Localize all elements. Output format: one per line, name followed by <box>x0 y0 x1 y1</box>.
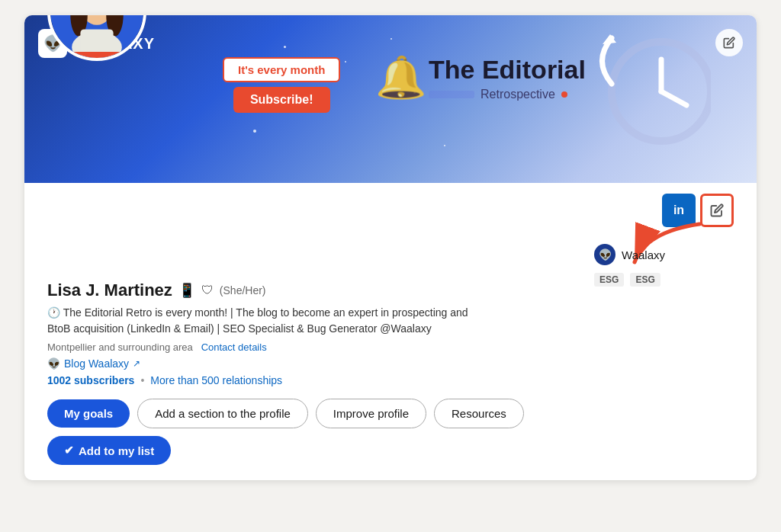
profile-name: Lisa J. Martinez <box>47 280 172 300</box>
svg-marker-3 <box>603 34 616 44</box>
waalaxy-company-icon: 👽 <box>594 244 615 265</box>
profile-avatar <box>47 15 146 61</box>
subscribe-area: It's every month Subscribe! <box>223 57 340 113</box>
editorial-title: The Editorial <box>429 55 586 85</box>
edit-profile-button[interactable] <box>700 194 734 227</box>
checkmark-icon: ✔ <box>64 444 74 457</box>
subscribers-count: 1002 subscribers <box>47 374 134 386</box>
blog-link[interactable]: 👽 Blog Waalaxy ↗ <box>47 357 734 370</box>
contact-details-link[interactable]: Contact details <box>201 341 267 353</box>
pronoun: (She/Her) <box>220 284 266 296</box>
svg-line-2 <box>661 91 686 105</box>
resources-button[interactable]: Resources <box>434 399 524 428</box>
company-row: 👽 Waalaxy <box>594 244 665 265</box>
subscribe-button[interactable]: Subscribe! <box>233 87 330 113</box>
linkedin-button[interactable]: in <box>662 194 696 227</box>
its-every-month-badge: It's every month <box>223 57 340 82</box>
my-goals-button[interactable]: My goals <box>47 399 130 428</box>
bell-icon: 🔔 <box>375 53 426 101</box>
banner-edit-button[interactable] <box>715 29 743 56</box>
location-text: Montpellier and surrounding area <box>47 341 193 353</box>
blog-label: Blog Waalaxy <box>64 357 129 370</box>
location-row: Montpellier and surrounding area Contact… <box>47 341 734 353</box>
editorial-dot <box>561 91 567 98</box>
add-to-list-button[interactable]: ✔ Add to my list <box>47 436 171 465</box>
profile-headline: 🕐 The Editorial Retro is every month! | … <box>47 305 490 337</box>
second-action-row: ✔ Add to my list <box>47 436 734 465</box>
editorial-area: The Editorial Retrospective <box>429 55 586 101</box>
add-section-button[interactable]: Add a section to the profile <box>137 399 308 428</box>
profile-top-actions: in <box>47 183 734 235</box>
action-buttons-row: My goals Add a section to the profile Im… <box>47 399 734 428</box>
esg-badge-2: ESG <box>630 273 660 287</box>
shield-icon: 🛡 <box>201 284 214 297</box>
editorial-sub: Retrospective <box>429 88 586 101</box>
improve-profile-button[interactable]: Improve profile <box>316 399 426 428</box>
clock-icon <box>589 23 711 148</box>
blog-emoji: 👽 <box>47 357 60 370</box>
profile-card: 👽 WAALAXY It's every month Subscribe! 🔔 … <box>24 15 757 480</box>
dot-separator: • <box>140 374 144 386</box>
esg-badge-1: ESG <box>594 273 624 287</box>
stats-row: 1002 subscribers • More than 500 relatio… <box>47 374 734 386</box>
external-link-icon: ↗ <box>133 358 140 369</box>
company-section: 👽 Waalaxy ESG ESG <box>594 244 665 287</box>
company-name: Waalaxy <box>622 248 665 261</box>
editorial-bar <box>429 91 474 98</box>
profile-banner: 👽 WAALAXY It's every month Subscribe! 🔔 … <box>24 15 757 183</box>
relationships-count[interactable]: More than 500 relationships <box>150 374 282 386</box>
profile-section: in 👽 Wa <box>24 183 757 480</box>
phone-emoji: 📱 <box>178 282 195 299</box>
esg-row: ESG ESG <box>594 273 665 287</box>
